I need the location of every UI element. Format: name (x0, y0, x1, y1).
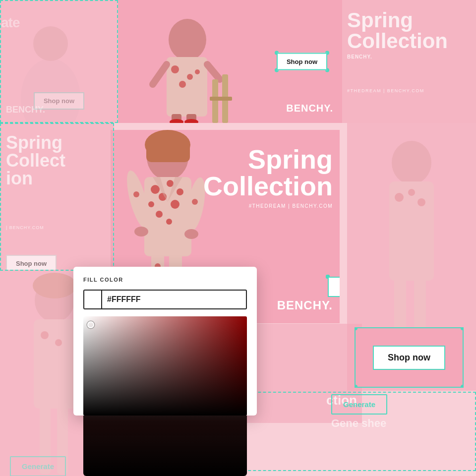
svg-rect-19 (146, 142, 190, 162)
spring-text-mid-left: Spring Collect ion (6, 134, 65, 187)
svg-rect-52 (34, 319, 77, 409)
gradient-dark (83, 316, 247, 416)
svg-point-2 (169, 19, 206, 60)
card-bottom-right: Shop now (355, 327, 464, 388)
picker-hex-row (83, 290, 247, 309)
svg-point-45 (395, 193, 404, 202)
svg-point-27 (156, 211, 163, 218)
svg-point-25 (148, 201, 154, 207)
svg-point-1 (33, 26, 68, 61)
spring-title-main: Spring Collection #THEDREAM | BENCHY.COM (203, 146, 333, 209)
svg-point-5 (187, 74, 193, 80)
shop-now-button-top-center[interactable]: Shop now (277, 53, 327, 70)
picker-label: FILL COLOR (83, 277, 247, 283)
spring-text-top-right: Spring Collection BENCHY. (347, 10, 448, 60)
shop-now-button-main[interactable]: Shop now (328, 277, 340, 297)
picker-hex-input[interactable] (102, 292, 246, 307)
svg-point-4 (171, 65, 179, 73)
dot-br-br (461, 385, 464, 388)
brand-label-top-center: BENCHY. (286, 103, 333, 114)
svg-point-28 (166, 219, 172, 225)
hashtag-mid-left: | BENCHY.COM (6, 225, 44, 230)
generate-button-bottom-right[interactable]: Generate (331, 394, 387, 415)
svg-point-24 (177, 188, 183, 195)
svg-point-33 (133, 191, 139, 197)
shop-now-button-bottom-right[interactable]: Shop now (373, 346, 445, 370)
svg-point-34 (192, 199, 198, 205)
svg-rect-16 (210, 97, 232, 101)
ghost-text-ate: ate (1, 15, 19, 31)
card-mid-left: Spring Collect ion | BENCHY.COM Shop now (0, 123, 114, 271)
shop-now-button-mid-left[interactable]: Shop now (6, 255, 57, 271)
color-picker-panel: FILL COLOR (73, 267, 257, 416)
card-top-center: Shop now BENCHY. (118, 0, 342, 123)
shop-now-center-right: Shop now (356, 328, 463, 387)
picker-color-swatch[interactable] (84, 291, 102, 308)
generate-button-bottom-left[interactable]: Generate (10, 456, 66, 476)
brand-label-main: BENCHY. (277, 298, 333, 312)
svg-point-43 (392, 141, 431, 184)
svg-point-54 (55, 339, 62, 346)
svg-rect-3 (167, 57, 207, 117)
shop-now-wrapper-top-center: Shop now (277, 53, 327, 70)
svg-point-36 (184, 229, 198, 239)
svg-line-12 (153, 64, 167, 84)
svg-point-26 (171, 200, 179, 209)
gene-shee-text: Gene shee (331, 417, 386, 430)
hashtag-top-right: #THEDREAM | BENCHY.COM (347, 88, 424, 93)
svg-point-47 (417, 198, 425, 206)
svg-point-35 (134, 227, 148, 237)
svg-rect-14 (212, 79, 218, 123)
color-gradient-area[interactable] (83, 316, 247, 416)
svg-line-13 (207, 64, 220, 79)
shop-now-dotted-top-center: Shop now (277, 53, 327, 70)
card-top-right: Spring Collection BENCHY. #THEDREAM | BE… (342, 0, 476, 123)
dot-br-tr (461, 327, 464, 330)
svg-point-46 (408, 189, 415, 196)
shop-now-button-top-left[interactable]: Shop now (34, 92, 84, 110)
svg-point-53 (41, 331, 49, 339)
svg-point-7 (195, 69, 200, 74)
svg-point-51 (33, 273, 76, 298)
dot-br-bl (355, 385, 357, 388)
gradient-cursor[interactable] (87, 321, 94, 328)
svg-point-6 (179, 81, 186, 88)
